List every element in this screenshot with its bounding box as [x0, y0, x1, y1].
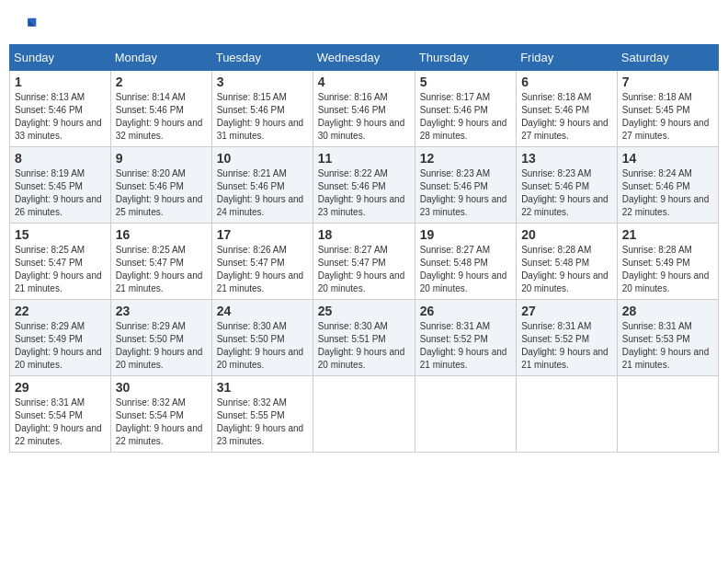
day-number: 31 [217, 380, 308, 395]
day-number: 20 [521, 227, 612, 242]
day-number: 1 [15, 75, 106, 89]
day-number: 24 [217, 304, 308, 318]
calendar-cell: 24Sunrise: 8:30 AMSunset: 5:50 PMDayligh… [211, 300, 313, 376]
day-info: Sunrise: 8:24 AMSunset: 5:46 PMDaylight:… [622, 167, 713, 219]
calendar-cell: 14Sunrise: 8:24 AMSunset: 5:46 PMDayligh… [617, 147, 718, 224]
day-number: 16 [116, 227, 207, 242]
calendar-cell [517, 376, 618, 453]
day-number: 26 [420, 304, 511, 318]
day-info: Sunrise: 8:15 AMSunset: 5:46 PMDaylight:… [217, 91, 308, 143]
day-info: Sunrise: 8:13 AMSunset: 5:46 PMDaylight:… [15, 91, 106, 143]
day-info: Sunrise: 8:26 AMSunset: 5:47 PMDaylight:… [217, 244, 308, 295]
day-info: Sunrise: 8:28 AMSunset: 5:49 PMDaylight:… [622, 244, 713, 295]
calendar-cell: 21Sunrise: 8:28 AMSunset: 5:49 PMDayligh… [617, 224, 718, 300]
day-info: Sunrise: 8:31 AMSunset: 5:53 PMDaylight:… [622, 320, 713, 372]
day-number: 8 [15, 151, 106, 166]
calendar-cell: 30Sunrise: 8:32 AMSunset: 5:54 PMDayligh… [110, 376, 211, 453]
day-info: Sunrise: 8:18 AMSunset: 5:45 PMDaylight:… [622, 91, 713, 143]
calendar-cell: 27Sunrise: 8:31 AMSunset: 5:52 PMDayligh… [517, 300, 618, 376]
calendar-cell: 4Sunrise: 8:16 AMSunset: 5:46 PMDaylight… [313, 71, 415, 147]
day-number: 15 [15, 227, 106, 242]
calendar-cell: 25Sunrise: 8:30 AMSunset: 5:51 PMDayligh… [313, 300, 415, 376]
weekday-header-monday: Monday [110, 45, 211, 71]
calendar-cell: 6Sunrise: 8:18 AMSunset: 5:46 PMDaylight… [517, 71, 618, 147]
calendar-cell: 15Sunrise: 8:25 AMSunset: 5:47 PMDayligh… [10, 224, 111, 300]
calendar-cell: 31Sunrise: 8:32 AMSunset: 5:55 PMDayligh… [211, 376, 313, 453]
day-number: 6 [521, 75, 612, 89]
day-info: Sunrise: 8:28 AMSunset: 5:48 PMDaylight:… [521, 244, 612, 295]
calendar-cell: 18Sunrise: 8:27 AMSunset: 5:47 PMDayligh… [313, 224, 415, 300]
calendar-cell: 29Sunrise: 8:31 AMSunset: 5:54 PMDayligh… [10, 376, 111, 453]
day-info: Sunrise: 8:20 AMSunset: 5:46 PMDaylight:… [116, 167, 207, 219]
day-number: 19 [420, 227, 511, 242]
day-number: 30 [116, 380, 207, 395]
weekday-header-friday: Friday [517, 45, 618, 71]
day-info: Sunrise: 8:31 AMSunset: 5:52 PMDaylight:… [521, 320, 612, 372]
calendar-cell: 23Sunrise: 8:29 AMSunset: 5:50 PMDayligh… [110, 300, 211, 376]
day-number: 3 [217, 75, 308, 89]
day-info: Sunrise: 8:31 AMSunset: 5:52 PMDaylight:… [420, 320, 511, 372]
day-number: 13 [521, 151, 612, 166]
calendar-cell: 9Sunrise: 8:20 AMSunset: 5:46 PMDaylight… [110, 147, 211, 224]
calendar-cell: 20Sunrise: 8:28 AMSunset: 5:48 PMDayligh… [517, 224, 618, 300]
day-number: 11 [318, 151, 410, 166]
weekday-header-sunday: Sunday [10, 45, 111, 71]
day-number: 17 [217, 227, 308, 242]
day-number: 5 [420, 75, 511, 89]
day-number: 18 [318, 227, 410, 242]
calendar-cell: 28Sunrise: 8:31 AMSunset: 5:53 PMDayligh… [617, 300, 718, 376]
day-number: 4 [318, 75, 410, 89]
day-info: Sunrise: 8:17 AMSunset: 5:46 PMDaylight:… [420, 91, 511, 143]
day-number: 9 [116, 151, 207, 166]
calendar-cell: 16Sunrise: 8:25 AMSunset: 5:47 PMDayligh… [110, 224, 211, 300]
day-number: 29 [15, 380, 106, 395]
day-info: Sunrise: 8:21 AMSunset: 5:46 PMDaylight:… [217, 167, 308, 219]
day-info: Sunrise: 8:29 AMSunset: 5:49 PMDaylight:… [15, 320, 106, 372]
day-info: Sunrise: 8:18 AMSunset: 5:46 PMDaylight:… [521, 91, 612, 143]
day-number: 22 [15, 304, 106, 318]
calendar-cell: 11Sunrise: 8:22 AMSunset: 5:46 PMDayligh… [313, 147, 415, 224]
day-number: 14 [622, 151, 713, 166]
calendar-table: SundayMondayTuesdayWednesdayThursdayFrid… [9, 44, 719, 453]
weekday-header-saturday: Saturday [617, 45, 718, 71]
day-number: 12 [420, 151, 511, 166]
day-info: Sunrise: 8:23 AMSunset: 5:46 PMDaylight:… [521, 167, 612, 219]
weekday-header-thursday: Thursday [415, 45, 516, 71]
calendar-cell: 26Sunrise: 8:31 AMSunset: 5:52 PMDayligh… [415, 300, 516, 376]
day-info: Sunrise: 8:32 AMSunset: 5:55 PMDaylight:… [217, 396, 308, 448]
calendar-cell [617, 376, 718, 453]
day-number: 7 [622, 75, 713, 89]
weekday-header-wednesday: Wednesday [313, 45, 415, 71]
day-number: 25 [318, 304, 410, 318]
calendar-cell: 3Sunrise: 8:15 AMSunset: 5:46 PMDaylight… [211, 71, 313, 147]
day-number: 28 [622, 304, 713, 318]
day-info: Sunrise: 8:30 AMSunset: 5:51 PMDaylight:… [318, 320, 410, 372]
day-info: Sunrise: 8:30 AMSunset: 5:50 PMDaylight:… [217, 320, 308, 372]
day-info: Sunrise: 8:16 AMSunset: 5:46 PMDaylight:… [318, 91, 410, 143]
day-number: 27 [521, 304, 612, 318]
page-header [9, 9, 719, 37]
day-number: 21 [622, 227, 713, 242]
calendar-cell: 12Sunrise: 8:23 AMSunset: 5:46 PMDayligh… [415, 147, 516, 224]
calendar-cell: 7Sunrise: 8:18 AMSunset: 5:45 PMDaylight… [617, 71, 718, 147]
calendar-cell: 22Sunrise: 8:29 AMSunset: 5:49 PMDayligh… [10, 300, 111, 376]
calendar-cell: 13Sunrise: 8:23 AMSunset: 5:46 PMDayligh… [517, 147, 618, 224]
calendar-cell: 1Sunrise: 8:13 AMSunset: 5:46 PMDaylight… [10, 71, 111, 147]
logo [18, 15, 40, 31]
calendar-cell [313, 376, 415, 453]
calendar-cell: 10Sunrise: 8:21 AMSunset: 5:46 PMDayligh… [211, 147, 313, 224]
calendar-cell: 5Sunrise: 8:17 AMSunset: 5:46 PMDaylight… [415, 71, 516, 147]
day-info: Sunrise: 8:25 AMSunset: 5:47 PMDaylight:… [15, 244, 106, 295]
day-info: Sunrise: 8:19 AMSunset: 5:45 PMDaylight:… [15, 167, 106, 219]
logo-icon [19, 15, 40, 35]
day-info: Sunrise: 8:14 AMSunset: 5:46 PMDaylight:… [116, 91, 207, 143]
day-info: Sunrise: 8:29 AMSunset: 5:50 PMDaylight:… [116, 320, 207, 372]
day-number: 2 [116, 75, 207, 89]
day-number: 10 [217, 151, 308, 166]
day-info: Sunrise: 8:23 AMSunset: 5:46 PMDaylight:… [420, 167, 511, 219]
calendar-cell [415, 376, 516, 453]
calendar-cell: 19Sunrise: 8:27 AMSunset: 5:48 PMDayligh… [415, 224, 516, 300]
day-info: Sunrise: 8:27 AMSunset: 5:47 PMDaylight:… [318, 244, 410, 295]
calendar-cell: 2Sunrise: 8:14 AMSunset: 5:46 PMDaylight… [110, 71, 211, 147]
day-info: Sunrise: 8:22 AMSunset: 5:46 PMDaylight:… [318, 167, 410, 219]
